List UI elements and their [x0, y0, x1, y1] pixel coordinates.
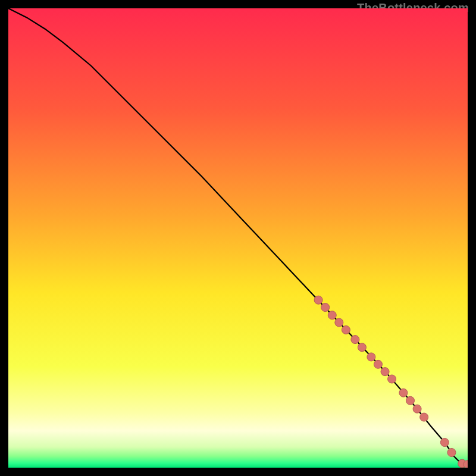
- plot-background: [8, 8, 468, 468]
- curve-marker: [335, 318, 343, 327]
- chart-stage: TheBottleneck.com: [0, 0, 476, 476]
- curve-marker: [420, 413, 428, 421]
- curve-marker: [328, 311, 336, 320]
- curve-marker: [314, 296, 322, 304]
- curve-marker: [388, 375, 396, 383]
- curve-marker: [374, 360, 382, 368]
- curve-marker: [351, 336, 359, 344]
- curve-marker: [447, 449, 456, 457]
- curve-marker: [413, 405, 421, 413]
- curve-marker: [406, 396, 415, 405]
- curve-marker: [381, 368, 389, 376]
- curve-marker: [321, 303, 330, 312]
- curve-marker: [342, 325, 350, 334]
- curve-marker: [440, 439, 449, 447]
- curve-marker: [399, 389, 408, 397]
- curve-marker: [367, 353, 375, 361]
- curve-marker: [358, 343, 366, 352]
- bottleneck-chart: [8, 8, 468, 468]
